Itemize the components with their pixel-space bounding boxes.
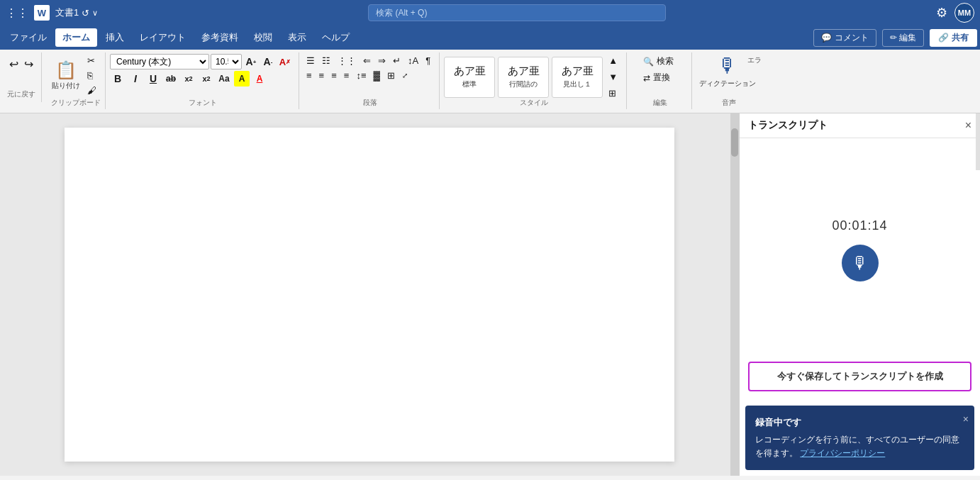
undo-button[interactable]: ↩ bbox=[7, 55, 21, 73]
word-icon: W bbox=[34, 5, 50, 21]
align-center-button[interactable]: ≡ bbox=[316, 69, 328, 82]
paste-button[interactable]: 📋 貼り付け bbox=[49, 59, 83, 92]
transcript-mic-button[interactable]: 🎙 bbox=[842, 245, 879, 281]
transcript-body: 00:01:14 🎙 bbox=[740, 138, 980, 362]
dictation-label: ディクテーション bbox=[699, 79, 756, 89]
editing-group-label: 編集 bbox=[628, 98, 691, 108]
edit-button[interactable]: ✏ 編集 bbox=[882, 29, 924, 47]
align-right-button[interactable]: ≡ bbox=[328, 69, 340, 82]
menu-insert[interactable]: 挿入 bbox=[99, 28, 131, 47]
paragraph-group-label: 段落 bbox=[301, 98, 439, 108]
transcript-scrollbar[interactable] bbox=[976, 113, 980, 170]
bullets-button[interactable]: ☰ bbox=[304, 54, 318, 67]
autosave-icon[interactable]: ↺ bbox=[82, 8, 89, 18]
para-row1: ☰ ☷ ⋮⋮ ⇐ ⇒ ↵ ↕A ¶ bbox=[304, 54, 433, 67]
replace-button[interactable]: ⇄ 置換 bbox=[639, 70, 678, 85]
chevron-icon[interactable]: ∨ bbox=[92, 9, 98, 18]
style-heading1[interactable]: あア亜 見出し１ bbox=[552, 57, 603, 98]
linebreak-button[interactable]: ↵ bbox=[390, 54, 403, 67]
superscript-button[interactable]: x2 bbox=[199, 71, 214, 86]
clear-formatting-button[interactable]: A✗ bbox=[277, 54, 293, 69]
search-input[interactable] bbox=[368, 4, 666, 21]
font-grow-button[interactable]: A+ bbox=[243, 54, 259, 69]
style-normal-label: 標準 bbox=[462, 79, 477, 89]
avatar[interactable]: MM bbox=[954, 3, 974, 23]
privacy-policy-link[interactable]: プライバシーポリシー bbox=[800, 448, 885, 458]
notification-message: レコーディングを行う前に、すべてのユーザーの同意を得ます。 プライバシーポリシー bbox=[755, 433, 964, 460]
error-icon: エラ bbox=[747, 55, 762, 65]
styles-area: あア亜 標準 あア亜 行間詰の あア亜 見出し１ ▲ ▼ ⊞ bbox=[444, 52, 620, 100]
justify-button[interactable]: ≡ bbox=[341, 69, 352, 82]
share-button[interactable]: 🔗 共有 bbox=[930, 29, 977, 47]
font-shrink-button[interactable]: A- bbox=[260, 54, 276, 69]
para-row2: ≡ ≡ ≡ ≡ ↕≡ ▓ ⊞ ⤢ bbox=[304, 69, 433, 82]
shading-button[interactable]: ▓ bbox=[370, 69, 382, 82]
font-group-label: フォント bbox=[107, 98, 299, 108]
settings-icon[interactable]: ⚙ bbox=[936, 5, 947, 21]
title-right-area: ⚙ MM bbox=[936, 3, 974, 23]
styles-scroll-down[interactable]: ▼ bbox=[606, 70, 620, 84]
paragraph-group: ☰ ☷ ⋮⋮ ⇐ ⇒ ↵ ↕A ¶ ≡ ≡ ≡ ≡ ↕≡ ▓ ⊞ ⤢ 段落 bbox=[301, 52, 440, 109]
para-expand-button[interactable]: ⤢ bbox=[399, 70, 411, 81]
decrease-indent-button[interactable]: ⇐ bbox=[360, 54, 374, 67]
transcript-close-button[interactable]: × bbox=[965, 119, 971, 132]
strikethrough-button[interactable]: ab bbox=[163, 71, 179, 86]
cut-icon: ✂ bbox=[87, 55, 95, 66]
show-hide-button[interactable]: ¶ bbox=[423, 54, 433, 67]
copy-button[interactable]: ⎘ bbox=[84, 69, 99, 82]
vertical-scrollbar[interactable] bbox=[730, 113, 739, 476]
italic-button[interactable]: I bbox=[128, 71, 143, 86]
search-icon: 🔍 bbox=[643, 57, 654, 67]
clipboard-small-btns: ✂ ⎘ 🖌 bbox=[84, 54, 99, 97]
redo-button[interactable]: ↪ bbox=[22, 55, 35, 73]
subscript-button[interactable]: x2 bbox=[181, 71, 196, 86]
search-area bbox=[104, 4, 930, 21]
border-button[interactable]: ⊞ bbox=[384, 69, 398, 82]
apps-grid-icon[interactable]: ⋮⋮ bbox=[6, 6, 28, 20]
style-normal[interactable]: あア亜 標準 bbox=[444, 57, 495, 98]
menu-view[interactable]: 表示 bbox=[281, 28, 313, 47]
paste-icon: 📋 bbox=[55, 60, 77, 80]
document-page[interactable] bbox=[65, 128, 674, 462]
bold-button[interactable]: B bbox=[110, 71, 126, 86]
format-painter-button[interactable]: 🖌 bbox=[84, 84, 99, 97]
undo-group-label: 元に戻す bbox=[7, 89, 35, 99]
cut-button[interactable]: ✂ bbox=[84, 54, 99, 67]
comment-button[interactable]: 💬 コメント bbox=[813, 29, 876, 47]
transcript-save-button[interactable]: 今すぐ保存してトランスクリプトを作成 bbox=[748, 362, 971, 391]
copy-icon: ⎘ bbox=[87, 70, 93, 81]
text-case-button[interactable]: Aa bbox=[216, 71, 232, 86]
menu-home[interactable]: ホーム bbox=[55, 28, 97, 47]
sort-button[interactable]: ↕A bbox=[405, 54, 421, 67]
notification-close-button[interactable]: × bbox=[963, 411, 969, 427]
align-left-button[interactable]: ≡ bbox=[304, 69, 315, 82]
menu-help[interactable]: ヘルプ bbox=[315, 28, 357, 47]
highlight-button[interactable]: A bbox=[234, 71, 250, 86]
clipboard-group: 📋 貼り付け ✂ ⎘ 🖌 クリップボード bbox=[46, 52, 106, 109]
style-compact[interactable]: あア亜 行間詰の bbox=[498, 57, 549, 98]
text-color-button[interactable]: A bbox=[252, 71, 267, 86]
dictation-group: 🎙 ディクテーション エラ 音声 bbox=[694, 52, 764, 109]
menu-references[interactable]: 参考資料 bbox=[194, 28, 245, 47]
menu-file[interactable]: ファイル bbox=[3, 28, 54, 47]
para-area: ☰ ☷ ⋮⋮ ⇐ ⇒ ↵ ↕A ¶ ≡ ≡ ≡ ≡ ↕≡ ▓ ⊞ ⤢ bbox=[304, 52, 433, 82]
font-size-select[interactable]: 10.5 bbox=[211, 54, 242, 69]
dictation-mic-button[interactable]: 🎙 bbox=[718, 54, 737, 77]
styles-group: あア亜 標準 あア亜 行間詰の あア亜 見出し１ ▲ ▼ ⊞ スタイル bbox=[441, 52, 627, 109]
replace-icon: ⇄ bbox=[643, 73, 650, 83]
style-compact-preview: あア亜 bbox=[508, 65, 540, 78]
font-name-select[interactable]: Century (本文) bbox=[110, 54, 209, 69]
menu-review[interactable]: 校閲 bbox=[247, 28, 279, 47]
scrollbar-thumb[interactable] bbox=[731, 128, 738, 157]
menu-layout[interactable]: レイアウト bbox=[133, 28, 193, 47]
numbering-button[interactable]: ☷ bbox=[319, 54, 333, 67]
line-spacing-button[interactable]: ↕≡ bbox=[353, 69, 369, 82]
font-area: Century (本文) 10.5 A+ A- A✗ B I U ab x2 x… bbox=[110, 52, 293, 86]
multilevel-button[interactable]: ⋮⋮ bbox=[335, 54, 359, 67]
increase-indent-button[interactable]: ⇒ bbox=[375, 54, 389, 67]
style-compact-label: 行間詰の bbox=[509, 79, 538, 89]
styles-scroll-up[interactable]: ▲ bbox=[606, 54, 620, 67]
dictation-group-label: 音声 bbox=[694, 98, 764, 108]
underline-button[interactable]: U bbox=[145, 71, 161, 86]
search-button[interactable]: 🔍 検索 bbox=[639, 54, 678, 69]
